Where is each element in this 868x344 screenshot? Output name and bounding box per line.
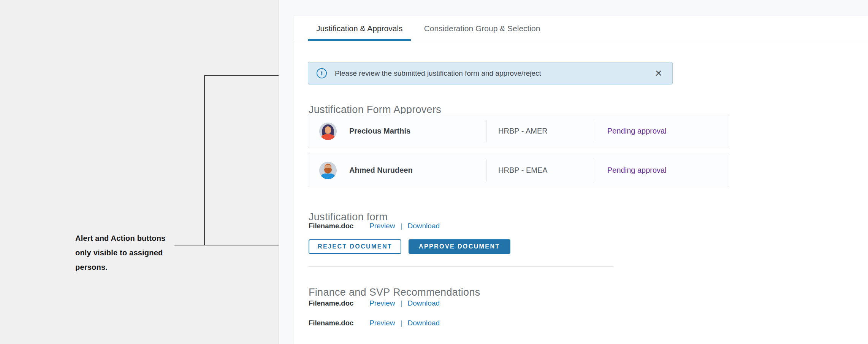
tab-bar: Justification & Approvals Consideration … [294, 16, 868, 41]
document-actions: REJECT DOCUMENT APPROVE DOCUMENT [309, 239, 510, 254]
section-title-finance-svp: Finance and SVP Recommendations [309, 287, 480, 298]
alert-message: Please review the submitted justificatio… [335, 69, 655, 78]
file-row: Filename.doc Preview | Download [309, 319, 440, 327]
approver-role: HRBP - EMEA [498, 153, 548, 187]
avatar-torso [320, 174, 336, 179]
link-separator: | [401, 222, 402, 230]
approver-status-badge: Pending approval [607, 153, 667, 187]
preview-link[interactable]: Preview [369, 222, 395, 230]
file-row: Filename.doc Preview | Download [309, 222, 440, 230]
approver-name: Ahmed Nurudeen [349, 153, 413, 187]
avatar-female [319, 123, 337, 140]
tab-consideration-group-selection[interactable]: Consideration Group & Selection [423, 16, 542, 41]
file-row: Filename.doc Preview | Download [309, 299, 440, 307]
divider [486, 120, 486, 142]
info-alert: i Please review the submitted justificat… [308, 62, 673, 84]
approver-role: HRBP - AMER [498, 114, 548, 148]
divider [593, 159, 593, 182]
preview-link[interactable]: Preview [369, 319, 395, 327]
avatar-beard [324, 168, 332, 174]
link-separator: | [401, 319, 402, 327]
divider [486, 159, 486, 182]
file-name: Filename.doc [309, 299, 360, 307]
file-name: Filename.doc [309, 319, 360, 327]
approver-status-badge: Pending approval [607, 114, 667, 148]
avatar-face [325, 126, 331, 134]
annotation-note: Alert and Action buttons only visible to… [75, 231, 177, 274]
section-divider [309, 266, 613, 267]
approver-row: Precious Marthis HRBP - AMER Pending app… [308, 114, 729, 148]
approver-name: Precious Marthis [349, 114, 410, 148]
link-separator: | [401, 299, 402, 307]
download-link[interactable]: Download [408, 222, 440, 230]
close-icon[interactable]: ✕ [655, 69, 662, 78]
section-title-justification-form: Justification form [309, 211, 388, 223]
download-link[interactable]: Download [408, 299, 440, 307]
info-icon: i [317, 68, 327, 78]
preview-link[interactable]: Preview [369, 299, 395, 307]
divider [593, 120, 593, 142]
content-card: Justification & Approvals Consideration … [294, 16, 868, 344]
tab-justification-approvals[interactable]: Justification & Approvals [308, 16, 411, 41]
download-link[interactable]: Download [408, 319, 440, 327]
reject-document-button[interactable]: REJECT DOCUMENT [309, 239, 401, 254]
tab-label: Consideration Group & Selection [424, 24, 540, 33]
avatar-torso [321, 134, 335, 140]
file-name: Filename.doc [309, 222, 360, 230]
avatar-male [319, 162, 337, 179]
screen: Alert and Action buttons only visible to… [0, 0, 868, 344]
connector-line-vertical [204, 75, 205, 245]
left-annotation-panel: Alert and Action buttons only visible to… [0, 0, 279, 344]
approve-document-button[interactable]: APPROVE DOCUMENT [409, 239, 510, 254]
approver-row: Ahmed Nurudeen HRBP - EMEA Pending appro… [308, 153, 729, 187]
tab-label: Justification & Approvals [316, 24, 403, 33]
